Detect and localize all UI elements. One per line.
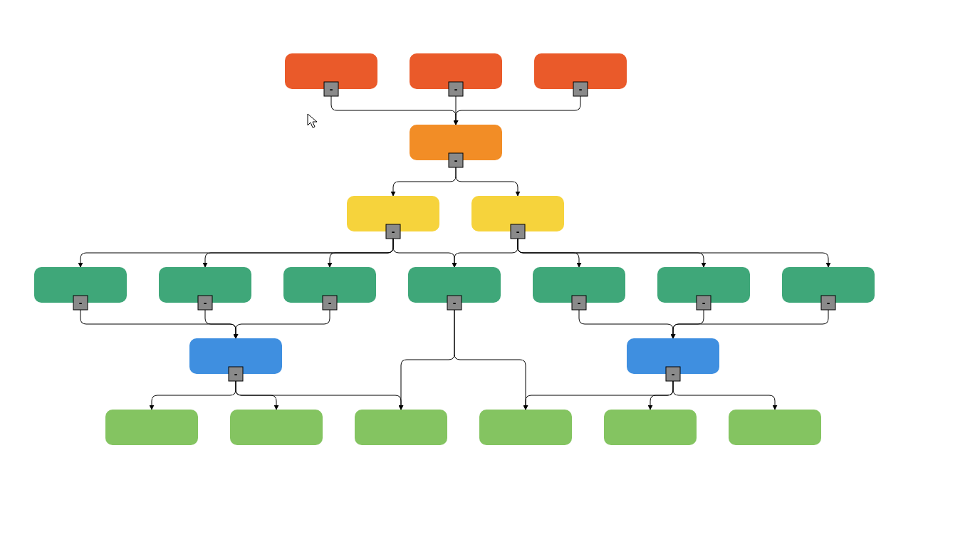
toggle-label: -	[578, 297, 581, 308]
toggle-label: -	[579, 83, 583, 95]
collapse-toggle[interactable]: -	[73, 296, 88, 310]
node-n6b[interactable]	[230, 410, 323, 445]
collapse-toggle[interactable]: -	[229, 367, 243, 381]
collapse-toggle[interactable]: -	[666, 367, 680, 381]
edge	[236, 310, 330, 338]
toggle-label: -	[79, 297, 83, 308]
edge	[205, 310, 236, 338]
edge	[673, 310, 828, 338]
node-rect[interactable]	[230, 410, 323, 445]
node-n4c[interactable]: -	[283, 267, 376, 310]
node-n4f[interactable]: -	[657, 267, 750, 310]
edge	[579, 310, 673, 338]
toggle-label: -	[392, 226, 395, 237]
node-rect[interactable]	[479, 410, 572, 445]
collapse-toggle[interactable]: -	[572, 296, 586, 310]
edge	[454, 310, 526, 410]
collapse-toggle[interactable]: -	[573, 82, 588, 96]
node-n2[interactable]: -	[410, 125, 502, 167]
edge	[518, 239, 828, 267]
toggle-label: -	[672, 368, 675, 380]
collapse-toggle[interactable]: -	[324, 82, 338, 96]
node-n4b[interactable]: -	[159, 267, 251, 310]
node-rect[interactable]	[105, 410, 198, 445]
node-n5a[interactable]: -	[189, 338, 282, 381]
node-rect[interactable]	[604, 410, 697, 445]
toggle-label: -	[204, 297, 207, 308]
toggle-label: -	[328, 297, 332, 308]
collapse-toggle[interactable]: -	[511, 224, 525, 239]
toggle-label: -	[330, 83, 333, 95]
collapse-toggle[interactable]: -	[447, 296, 462, 310]
node-n1c[interactable]: -	[534, 53, 627, 96]
collapse-toggle[interactable]: -	[449, 153, 463, 167]
node-n6d[interactable]	[479, 410, 572, 445]
node-n1b[interactable]: -	[410, 53, 502, 96]
collapse-toggle[interactable]: -	[821, 296, 835, 310]
node-rect[interactable]	[729, 410, 821, 445]
edge	[331, 96, 456, 125]
node-n3b[interactable]: -	[471, 196, 564, 239]
diagram-canvas[interactable]: ---------------	[0, 0, 980, 547]
toggle-label: -	[454, 155, 458, 166]
collapse-toggle[interactable]: -	[386, 224, 400, 239]
node-n4g[interactable]: -	[782, 267, 875, 310]
collapse-toggle[interactable]: -	[697, 296, 711, 310]
edge	[673, 381, 775, 410]
node-n1a[interactable]: -	[285, 53, 377, 96]
edge	[401, 310, 454, 410]
edge	[152, 381, 236, 410]
node-n5b[interactable]: -	[627, 338, 719, 381]
edge	[236, 381, 401, 410]
node-n6a[interactable]	[105, 410, 198, 445]
edge	[454, 239, 518, 267]
collapse-toggle[interactable]: -	[323, 296, 337, 310]
collapse-toggle[interactable]: -	[198, 296, 212, 310]
edge	[456, 167, 518, 196]
edge	[650, 381, 673, 410]
toggle-label: -	[453, 297, 457, 308]
collapse-toggle[interactable]: -	[449, 82, 463, 96]
edge	[526, 381, 673, 410]
toggle-label: -	[702, 297, 706, 308]
toggle-label: -	[516, 226, 520, 237]
node-n4d[interactable]: -	[408, 267, 501, 310]
cursor-layer	[308, 114, 317, 127]
node-n6e[interactable]	[604, 410, 697, 445]
node-rect[interactable]	[355, 410, 447, 445]
toggle-label: -	[454, 83, 458, 95]
edge	[456, 96, 580, 125]
node-n6c[interactable]	[355, 410, 447, 445]
edge	[330, 239, 393, 267]
edge	[393, 239, 454, 267]
node-n6f[interactable]	[729, 410, 821, 445]
cursor-icon	[308, 114, 317, 127]
node-n4e[interactable]: -	[533, 267, 625, 310]
node-n4a[interactable]: -	[34, 267, 127, 310]
toggle-label: -	[827, 297, 830, 308]
edge	[393, 167, 456, 196]
toggle-label: -	[234, 368, 238, 380]
node-n3a[interactable]: -	[347, 196, 439, 239]
